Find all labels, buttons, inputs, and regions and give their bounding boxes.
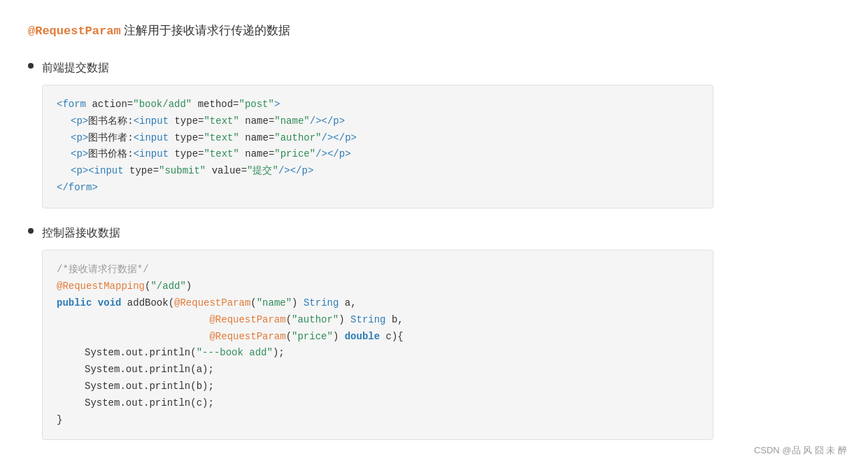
java-line-10: } [57,412,699,429]
controller-content: 控制器接收数据 /*接收请求行数据*/ @RequestMapping("/ad… [42,222,713,441]
bullet-dot-2 [28,228,34,234]
java-line-1: /*接收请求行数据*/ [57,262,699,278]
java-line-6: System.out.println("---book add"); [85,345,699,362]
java-line-2: @RequestMapping("/add") [57,278,699,295]
code-line-1: <form action="book/add" method="post"> [57,97,699,113]
controller-section: 控制器接收数据 /*接收请求行数据*/ @RequestMapping("/ad… [28,222,840,441]
frontend-label: 前端提交数据 [42,57,713,77]
java-line-4: @RequestParam("author") String b, [57,312,699,329]
controller-code-block: /*接收请求行数据*/ @RequestMapping("/add") publ… [42,250,713,440]
code-line-4: <p>图书价格:<input type="text" name="price"/… [71,146,699,163]
watermark: CSDN @品 风 囧 未 醉 [754,444,847,457]
java-line-3: public void addBook(@RequestParam("name"… [57,295,699,312]
java-line-8: System.out.println(b); [85,378,699,395]
code-line-6: </form> [57,180,699,197]
controller-label: 控制器接收数据 [42,222,713,242]
bullet-dot-1 [28,63,34,69]
code-line-2: <p>图书名称:<input type="text" name="name"/>… [71,113,699,130]
annotation-highlight: @RequestParam [28,24,121,38]
frontend-content: 前端提交数据 <form action="book/add" method="p… [42,57,713,208]
java-line-7: System.out.println(a); [85,362,699,378]
title-suffix: 注解用于接收请求行传递的数据 [121,24,291,37]
frontend-code-block: <form action="book/add" method="post"> <… [42,85,713,208]
code-line-3: <p>图书作者:<input type="text" name="author"… [71,130,699,147]
page-container: @RequestParam 注解用于接收请求行传递的数据 前端提交数据 <for… [28,21,840,440]
page-title: @RequestParam 注解用于接收请求行传递的数据 [28,21,840,41]
frontend-section: 前端提交数据 <form action="book/add" method="p… [28,57,840,208]
bullet-list: 前端提交数据 <form action="book/add" method="p… [28,57,840,441]
code-line-5: <p><input type="submit" value="提交"/></p> [71,163,699,180]
java-line-5: @RequestParam("price") double c){ [57,329,699,346]
java-line-9: System.out.println(c); [85,395,699,412]
